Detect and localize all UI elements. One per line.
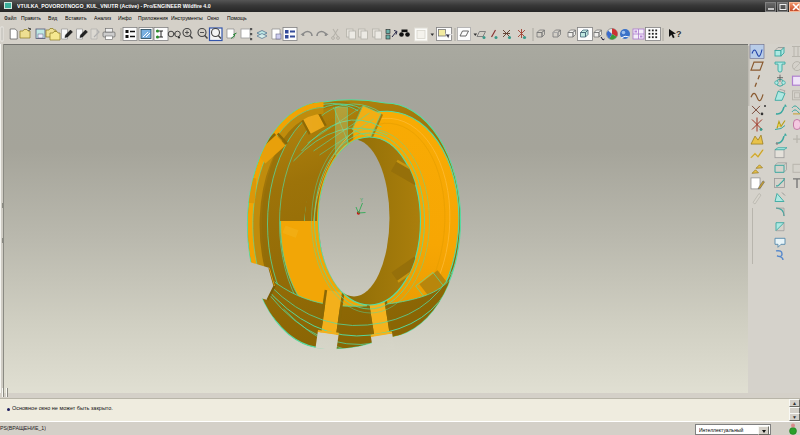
svg-text:?: ? (676, 29, 682, 39)
svg-text:Y: Y (360, 198, 363, 203)
